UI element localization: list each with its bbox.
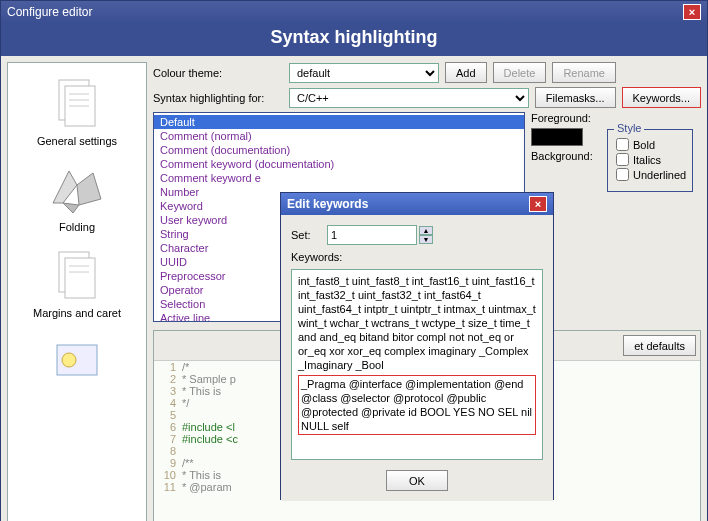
filemasks-button[interactable]: Filemasks... (535, 87, 616, 108)
line-number: 7 (154, 433, 182, 445)
underlined-label: Underlined (633, 169, 686, 181)
theme-row: Colour theme: default Add Delete Rename (153, 62, 701, 83)
ok-button[interactable]: OK (386, 470, 448, 491)
dialog-titlebar: Edit keywords × (281, 193, 553, 215)
svg-point-13 (62, 353, 76, 367)
set-spinner[interactable]: ▲ ▼ (327, 225, 433, 245)
code-text: /** (182, 457, 194, 469)
rename-button: Rename (552, 62, 616, 83)
bold-checkbox[interactable] (616, 138, 629, 151)
bold-row[interactable]: Bold (616, 138, 684, 151)
line-number: 9 (154, 457, 182, 469)
pages-icon (47, 245, 107, 305)
line-number: 5 (154, 409, 182, 421)
reset-defaults-button[interactable]: et defaults (623, 335, 696, 356)
code-text: * This is (182, 469, 221, 481)
ok-row: OK (291, 466, 543, 491)
code-text: * This is (182, 385, 221, 397)
bold-label: Bold (633, 139, 655, 151)
dialog-title: Edit keywords (287, 197, 368, 211)
keywords-text: int_fast8_t uint_fast8_t int_fast16_t ui… (298, 275, 536, 371)
list-item[interactable]: Comment (documentation) (154, 143, 524, 157)
svg-marker-7 (63, 203, 79, 213)
svg-rect-9 (65, 258, 95, 298)
list-item[interactable]: Comment keyword (documentation) (154, 157, 524, 171)
underlined-checkbox[interactable] (616, 168, 629, 181)
line-number: 8 (154, 445, 182, 457)
set-row: Set: ▲ ▼ (291, 225, 543, 245)
list-item[interactable]: Comment (normal) (154, 129, 524, 143)
list-item[interactable]: Comment keyword e (154, 171, 524, 185)
syntax-select[interactable]: C/C++ (289, 88, 529, 108)
right-column: Foreground: Background: Style Bold Itali… (531, 112, 701, 322)
keywords-highlighted: _Pragma @interface @implementation @end … (298, 375, 536, 435)
style-legend: Style (614, 122, 644, 134)
sidebar-item-general[interactable]: General settings (33, 69, 121, 151)
dialog-close-icon[interactable]: × (529, 196, 547, 212)
sidebar-item-label: Margins and caret (33, 307, 121, 319)
close-icon[interactable]: × (683, 4, 701, 20)
keywords-textarea[interactable]: int_fast8_t uint_fast8_t int_fast16_t ui… (291, 269, 543, 460)
svg-marker-6 (77, 173, 101, 205)
line-number: 3 (154, 385, 182, 397)
set-input[interactable] (327, 225, 417, 245)
sidebar-item-folding[interactable]: Folding (43, 155, 111, 237)
window-title: Configure editor (7, 5, 92, 19)
edit-keywords-dialog: Edit keywords × Set: ▲ ▼ Keywords: int_f… (280, 192, 554, 500)
spinner-buttons: ▲ ▼ (419, 226, 433, 244)
line-number: 6 (154, 421, 182, 433)
theme-select[interactable]: default (289, 63, 439, 83)
lightbulb-icon (47, 331, 107, 391)
code-text: * @param (182, 481, 232, 493)
syntax-label: Syntax highlighting for: (153, 92, 283, 104)
page-title: Syntax highlighting (1, 23, 707, 56)
spinner-up-icon[interactable]: ▲ (419, 226, 433, 235)
syntax-row: Syntax highlighting for: C/C++ Filemasks… (153, 87, 701, 108)
sidebar-item-extra[interactable] (43, 327, 111, 395)
line-number: 4 (154, 397, 182, 409)
delete-button: Delete (493, 62, 547, 83)
code-text: /* (182, 361, 189, 373)
svg-marker-5 (53, 171, 77, 203)
keywords-label: Keywords: (291, 251, 543, 263)
theme-label: Colour theme: (153, 67, 283, 79)
italics-label: Italics (633, 154, 661, 166)
keywords-button[interactable]: Keywords... (622, 87, 701, 108)
underlined-row[interactable]: Underlined (616, 168, 684, 181)
sidebar-item-label: Folding (59, 221, 95, 233)
document-icon (47, 73, 107, 133)
style-fieldset: Style Bold Italics Underlined (607, 129, 693, 192)
add-button[interactable]: Add (445, 62, 487, 83)
main-titlebar: Configure editor × (1, 1, 707, 23)
italics-checkbox[interactable] (616, 153, 629, 166)
code-text: */ (182, 397, 189, 409)
list-item[interactable]: Default (154, 115, 524, 129)
sidebar-item-label: General settings (37, 135, 117, 147)
code-text: #include <c (182, 433, 238, 445)
code-text: #include <l (182, 421, 235, 433)
foreground-swatch[interactable] (531, 128, 583, 146)
line-number: 2 (154, 373, 182, 385)
dialog-body: Set: ▲ ▼ Keywords: int_fast8_t uint_fast… (281, 215, 553, 501)
sidebar-item-margins[interactable]: Margins and caret (29, 241, 125, 323)
set-label: Set: (291, 229, 321, 241)
line-number: 10 (154, 469, 182, 481)
sidebar: General settings Folding Margins and car… (7, 62, 147, 521)
code-text: * Sample p (182, 373, 236, 385)
origami-icon (47, 159, 107, 219)
line-number: 1 (154, 361, 182, 373)
italics-row[interactable]: Italics (616, 153, 684, 166)
line-number: 11 (154, 481, 182, 493)
spinner-down-icon[interactable]: ▼ (419, 235, 433, 244)
